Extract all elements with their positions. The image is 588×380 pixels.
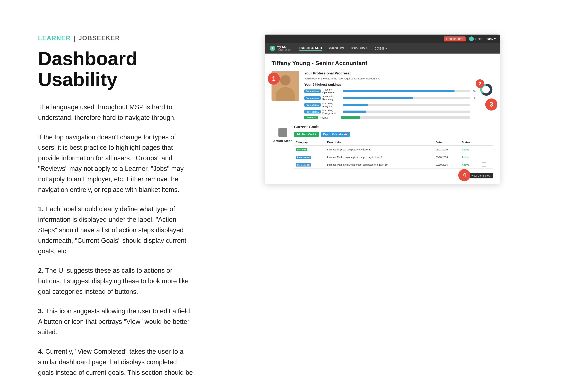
ranking-row: Professional Accounting Reporting 5: [304, 95, 476, 101]
goals-table-header: Category Description Date Status: [294, 140, 493, 146]
rankings-section: Your 5 highest rankings: Professional Tr…: [304, 83, 476, 121]
page-heading: Dashboard Usability: [38, 48, 194, 90]
action-steps-icon: [278, 128, 287, 137]
mockup-bottom-section: Action Steps Current Goals Add New Goal …: [272, 125, 493, 178]
goals-table: Category Description Date Status Persona…: [294, 140, 493, 169]
ranking-row: Professional Treasury Operations 10: [304, 88, 476, 94]
edit-icon[interactable]: [482, 162, 486, 167]
goal-date: 03/10/2016: [434, 161, 460, 169]
right-column: 1 3 4 Notifications Hello, Tiffany ▾: [214, 35, 550, 380]
col-date: Date: [434, 140, 460, 146]
edit-icon[interactable]: [482, 155, 486, 159]
col-category: Category: [294, 140, 325, 146]
goal-date: 03/10/2016: [434, 153, 460, 161]
nav-item-groups[interactable]: GROUPS: [329, 46, 344, 50]
badge-4: 4: [458, 169, 470, 181]
tag-jobseeker: JOBSEEKER: [78, 35, 120, 42]
goal-category: Professional: [294, 161, 325, 169]
main-content: LEARNER | JOBSEEKER Dashboard Usability …: [38, 35, 550, 380]
paragraph-5: 4. Currently, "View Completed" takes the…: [38, 346, 194, 380]
para-num-1: 1.: [38, 205, 43, 213]
col-action: [480, 140, 493, 146]
rank-bar-bg: [343, 97, 470, 99]
avatar-head: [280, 75, 291, 85]
goal-edit[interactable]: [480, 146, 493, 153]
rank-badge: Professional: [304, 96, 321, 100]
add-goal-button[interactable]: Add New Goal +: [294, 132, 319, 137]
nav-logo-text: My Skill PORTFOLIO: [277, 45, 291, 51]
nav-logo: My Skill PORTFOLIO: [270, 45, 291, 51]
rank-number: 10: [471, 90, 476, 92]
para-num-4: 4.: [38, 348, 43, 355]
progress-chart-row: Your 5 highest rankings: Professional Tr…: [304, 83, 493, 121]
nav-item-dashboard[interactable]: DASHBOARD: [299, 46, 322, 51]
rank-number: 5: [471, 97, 476, 99]
nav-item-reviews[interactable]: REVIEWS: [351, 46, 368, 50]
rank-badge: Professional: [304, 110, 321, 114]
goal-status: Active: [460, 146, 480, 153]
ranking-row: Professional Marketing Engagement: [304, 109, 476, 114]
rank-label: Accounting Reporting: [322, 95, 341, 101]
goal-description: Increase Physical competency to level 8.: [325, 146, 434, 153]
nav-logo-line1: My Skill: [277, 45, 291, 49]
rank-label: Marketing Analytics: [322, 102, 341, 108]
tag-divider: |: [74, 35, 75, 42]
export-calendar-button[interactable]: Export Calendar 📅: [321, 132, 350, 137]
avatar-body: [276, 87, 295, 101]
paragraph-2: 1. Each label should clearly define what…: [38, 204, 194, 256]
progress-section: Your Professional Progress: You're 62% o…: [304, 71, 493, 121]
paragraph-0: The language used throughout MSP is hard…: [38, 102, 194, 123]
col-status: Status: [460, 140, 480, 146]
para-text-3: The UI suggests these as calls to action…: [38, 267, 189, 295]
left-column: LEARNER | JOBSEEKER Dashboard Usability …: [38, 35, 194, 380]
pie-chart-container: 2: [479, 83, 493, 97]
rank-badge: Professional: [304, 90, 321, 93]
mockup-upper-section: Your Professional Progress: You're 62% o…: [272, 71, 493, 121]
rank-bar-fill: [343, 90, 455, 92]
tag-learner: LEARNER: [38, 35, 71, 42]
rank-bar-bg: [341, 116, 470, 119]
goals-title: Current Goals: [294, 125, 493, 129]
rank-label: Treasury Operations: [322, 88, 341, 94]
goal-description: Increase Marketing Engagement competency…: [325, 161, 434, 169]
goal-status: Active: [460, 153, 480, 161]
para-num-3: 3.: [38, 307, 43, 315]
rank-badge: Professional: [304, 103, 321, 107]
rank-badge: Personal: [304, 116, 318, 119]
mockup-user-title: Tiffany Young - Senior Accountant: [272, 60, 493, 67]
goal-edit[interactable]: [480, 153, 493, 161]
edit-icon[interactable]: [482, 147, 486, 151]
table-row: Professional Increase Marketing Engageme…: [294, 161, 493, 169]
tags-row: LEARNER | JOBSEEKER: [38, 35, 194, 42]
rankings-list: Professional Treasury Operations 10 Prof…: [304, 88, 476, 119]
svg-point-1: [482, 86, 490, 94]
view-completed-button[interactable]: View Completed: [468, 173, 493, 178]
goal-edit[interactable]: [480, 161, 493, 169]
nav-item-jobs[interactable]: JOBS ▾: [375, 46, 387, 50]
notifications-badge[interactable]: Notifications: [444, 37, 465, 41]
rankings-title: Your 5 highest rankings:: [304, 83, 476, 87]
rank-bar-fill: [343, 97, 413, 99]
rank-bar-fill: [343, 104, 368, 106]
logo-icon: [270, 46, 275, 51]
rank-bar-bg: [343, 104, 470, 106]
para-text-4: This icon suggests allowing the user to …: [38, 307, 192, 336]
goal-category: Personal: [294, 146, 325, 153]
topbar-user[interactable]: Hello, Tiffany ▾: [469, 37, 496, 41]
para-num-2: 2.: [38, 267, 43, 274]
mockup-container: 1 3 4 Notifications Hello, Tiffany ▾: [265, 35, 500, 184]
paragraph-1: If the top navigation doesn't change for…: [38, 132, 194, 195]
page: LEARNER | JOBSEEKER Dashboard Usability …: [0, 0, 588, 380]
nav-logo-line2: PORTFOLIO: [277, 49, 291, 51]
badge-2: 2: [476, 79, 484, 88]
goals-toolbar: Add New Goal + Export Calendar 📅: [294, 132, 493, 137]
para-text-5: Currently, "View Completed" takes the us…: [38, 348, 193, 380]
mockup-navbar: My Skill PORTFOLIO DASHBOARD GROUPS REVI…: [265, 43, 500, 54]
col-description: Description: [325, 140, 434, 146]
goals-table-body: Personal Increase Physical competency to…: [294, 146, 493, 169]
badge-1: 1: [268, 73, 280, 85]
badge-3: 3: [485, 98, 497, 111]
ranking-row: Personal Physics: [304, 116, 476, 119]
rank-bar-bg: [343, 111, 470, 113]
rank-bar-fill: [343, 111, 366, 113]
